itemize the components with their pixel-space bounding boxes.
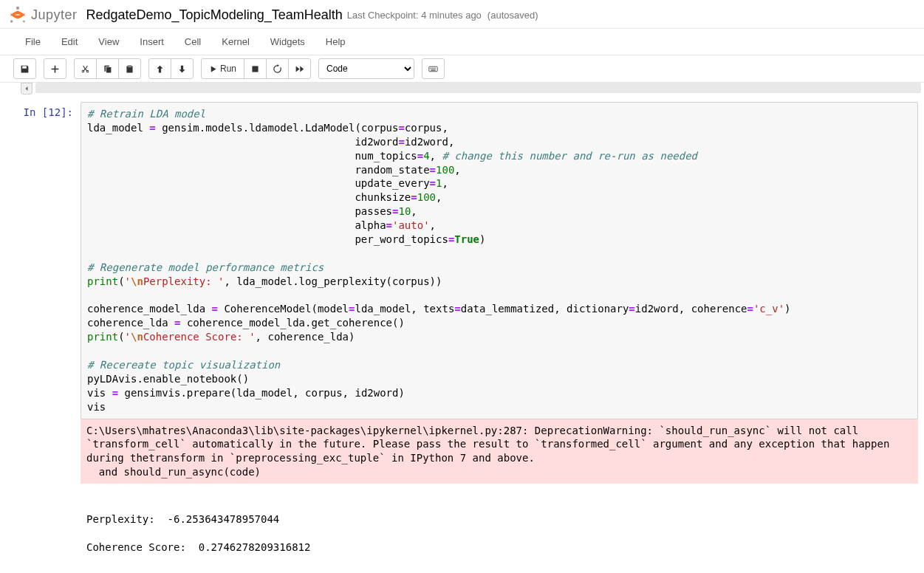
- chevron-left-icon: [24, 86, 30, 92]
- input-prompt: In [12]:: [10, 102, 81, 559]
- notebook-container: In [12]: # Retrain LDA model lda_model =…: [0, 83, 924, 573]
- toolbar: Run Code: [0, 55, 924, 83]
- arrow-down-icon: [177, 64, 187, 74]
- play-icon: [209, 65, 217, 73]
- run-label: Run: [220, 64, 236, 74]
- fast-forward-icon: [295, 64, 304, 74]
- save-icon: [20, 64, 30, 74]
- autosave-text: (autosaved): [487, 10, 538, 21]
- add-cell-button[interactable]: [44, 58, 66, 79]
- output-stdout: Perplexity: -6.253643478957044 Coherence…: [81, 494, 918, 559]
- interrupt-button[interactable]: [244, 58, 267, 79]
- run-button[interactable]: Run: [201, 58, 244, 79]
- code-cell[interactable]: In [12]: # Retrain LDA model lda_model =…: [0, 99, 924, 562]
- menubar: File Edit View Insert Cell Kernel Widget…: [0, 29, 924, 55]
- copy-button[interactable]: [96, 58, 119, 79]
- move-down-button[interactable]: [171, 58, 194, 79]
- collapsed-cell-bar[interactable]: [35, 83, 921, 93]
- restart-icon: [273, 64, 282, 74]
- restart-button[interactable]: [266, 58, 289, 79]
- menu-insert[interactable]: Insert: [129, 32, 174, 52]
- svg-point-2: [23, 21, 25, 23]
- svg-rect-3: [252, 66, 258, 72]
- menu-kernel[interactable]: Kernel: [211, 32, 260, 52]
- svg-point-0: [16, 7, 19, 10]
- keyboard-icon: [428, 64, 438, 74]
- paste-icon: [125, 64, 134, 74]
- svg-rect-9: [431, 69, 436, 70]
- arrow-up-icon: [155, 64, 165, 74]
- jupyter-logo[interactable]: Jupyter: [7, 4, 78, 25]
- paste-button[interactable]: [118, 58, 141, 79]
- cut-button[interactable]: [74, 58, 97, 79]
- svg-point-1: [10, 20, 13, 23]
- menu-widgets[interactable]: Widgets: [260, 32, 315, 52]
- command-palette-button[interactable]: [422, 58, 445, 79]
- menu-view[interactable]: View: [88, 32, 129, 52]
- copy-icon: [103, 64, 112, 74]
- collapse-toggle[interactable]: [21, 83, 32, 95]
- stop-icon: [250, 64, 260, 74]
- checkpoint-text: Last Checkpoint: 4 minutes ago: [347, 10, 482, 21]
- svg-rect-6: [431, 67, 432, 68]
- save-button[interactable]: [13, 58, 36, 79]
- plus-icon: [50, 64, 60, 74]
- menu-help[interactable]: Help: [315, 32, 356, 52]
- cell-type-select[interactable]: Code: [318, 58, 414, 79]
- logo-text: Jupyter: [31, 7, 78, 23]
- svg-rect-8: [435, 67, 436, 68]
- restart-run-all-button[interactable]: [288, 58, 311, 79]
- menu-file[interactable]: File: [15, 32, 51, 52]
- header: Jupyter RedgateDemo_TopicModeling_TeamHe…: [0, 0, 924, 29]
- menu-cell[interactable]: Cell: [174, 32, 211, 52]
- cell-body: # Retrain LDA model lda_model = gensim.m…: [81, 102, 918, 559]
- code-input-area[interactable]: # Retrain LDA model lda_model = gensim.m…: [81, 102, 918, 419]
- svg-rect-4: [429, 66, 437, 72]
- menu-edit[interactable]: Edit: [51, 32, 88, 52]
- scissors-icon: [81, 64, 90, 74]
- svg-rect-7: [434, 67, 434, 68]
- jupyter-icon: [7, 4, 28, 25]
- notebook-title[interactable]: RedgateDemo_TopicModeling_TeamHealth: [86, 7, 343, 23]
- move-up-button[interactable]: [148, 58, 171, 79]
- svg-rect-5: [430, 67, 431, 68]
- output-stderr: C:\Users\mhatres\Anaconda3\lib\site-pack…: [81, 419, 918, 484]
